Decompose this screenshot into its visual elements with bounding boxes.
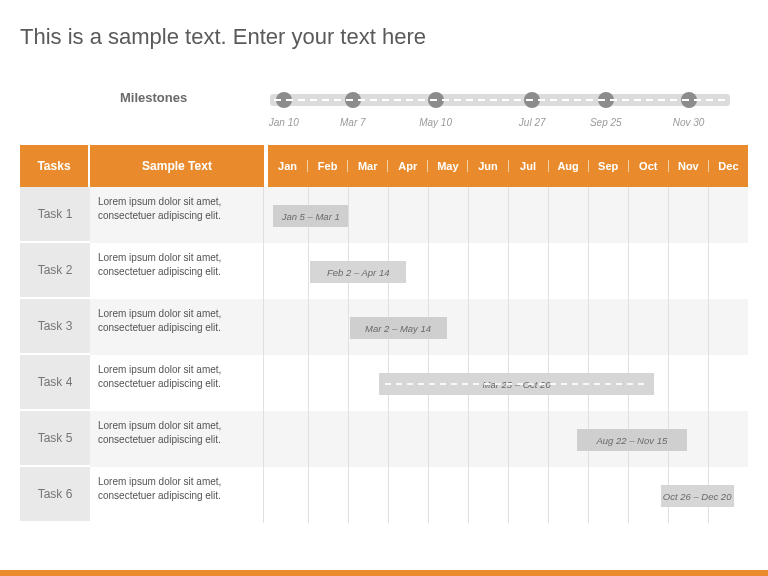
task-description: Lorem ipsum dolor sit amet, consectetuer… — [90, 355, 268, 411]
milestones-timeline: Milestones Jan 10Mar 7May 10Jul 27Sep 25… — [120, 88, 730, 138]
gridline — [308, 299, 309, 355]
milestone-label: Nov 30 — [673, 117, 705, 128]
gridline — [468, 243, 469, 299]
gridline — [388, 187, 389, 243]
task-timeline: Oct 26 – Dec 20 — [268, 467, 748, 523]
gridline — [308, 355, 309, 411]
gridline — [588, 467, 589, 523]
month-header: Jan — [268, 160, 308, 172]
month-header: Aug — [549, 160, 589, 172]
table-row: Task 6Lorem ipsum dolor sit amet, consec… — [20, 467, 748, 523]
milestone-dot — [598, 92, 614, 108]
header-tasks: Tasks — [20, 145, 90, 187]
gridline — [548, 411, 549, 467]
task-timeline: Feb 2 – Apr 14 — [268, 243, 748, 299]
gridline — [308, 411, 309, 467]
milestone-label: May 10 — [419, 117, 452, 128]
gantt-bar: Oct 26 – Dec 20 — [661, 485, 734, 507]
gantt-bar: Jan 5 – Mar 1 — [273, 205, 348, 227]
task-description: Lorem ipsum dolor sit amet, consectetuer… — [90, 411, 268, 467]
month-header: Oct — [629, 160, 669, 172]
task-name: Task 6 — [20, 467, 90, 523]
gridline — [348, 467, 349, 523]
gridline — [308, 243, 309, 299]
table-header-row: Tasks Sample Text JanFebMarAprMayJunJulA… — [20, 145, 748, 187]
task-timeline: Jan 5 – Mar 1 — [268, 187, 748, 243]
task-name: Task 3 — [20, 299, 90, 355]
gantt-chart: Tasks Sample Text JanFebMarAprMayJunJulA… — [20, 145, 748, 523]
task-name: Task 1 — [20, 187, 90, 243]
header-months: JanFebMarAprMayJunJulAugSepOctNovDec — [268, 145, 748, 187]
milestone-label: Mar 7 — [340, 117, 366, 128]
footer-accent-bar — [0, 570, 768, 576]
gridline — [348, 355, 349, 411]
task-description: Lorem ipsum dolor sit amet, consectetuer… — [90, 467, 268, 523]
gridline — [668, 243, 669, 299]
gridline — [508, 187, 509, 243]
task-name: Task 4 — [20, 355, 90, 411]
task-timeline: Mar 2 – May 14 — [268, 299, 748, 355]
gridline — [508, 299, 509, 355]
task-description: Lorem ipsum dolor sit amet, consectetuer… — [90, 243, 268, 299]
gantt-bar: Mar 25 – Oct 20 — [379, 373, 655, 395]
gridline — [428, 467, 429, 523]
month-header: Jul — [509, 160, 549, 172]
gridline — [388, 411, 389, 467]
gridline — [428, 187, 429, 243]
task-timeline: Mar 25 – Oct 20 — [268, 355, 748, 411]
gridline — [548, 243, 549, 299]
milestone-dot — [524, 92, 540, 108]
task-description: Lorem ipsum dolor sit amet, consectetuer… — [90, 299, 268, 355]
task-name: Task 2 — [20, 243, 90, 299]
milestone-dot — [276, 92, 292, 108]
gridline — [428, 243, 429, 299]
milestones-label: Milestones — [120, 90, 187, 105]
gridline — [428, 411, 429, 467]
gridline — [508, 411, 509, 467]
gridline — [548, 467, 549, 523]
table-row: Task 1Lorem ipsum dolor sit amet, consec… — [20, 187, 748, 243]
month-header: Mar — [348, 160, 388, 172]
gridline — [308, 467, 309, 523]
table-row: Task 3Lorem ipsum dolor sit amet, consec… — [20, 299, 748, 355]
milestone-label: Sep 25 — [590, 117, 622, 128]
gridline — [708, 411, 709, 467]
gridline — [668, 187, 669, 243]
gantt-bar: Feb 2 – Apr 14 — [310, 261, 406, 283]
gridline — [628, 243, 629, 299]
gridline — [508, 243, 509, 299]
milestone-label: Jul 27 — [519, 117, 546, 128]
gridline — [548, 299, 549, 355]
gridline — [708, 355, 709, 411]
gridline — [388, 467, 389, 523]
milestone-dot — [681, 92, 697, 108]
gridline — [588, 299, 589, 355]
gridline — [468, 299, 469, 355]
gridline — [708, 299, 709, 355]
task-timeline: Aug 22 – Nov 15 — [268, 411, 748, 467]
milestone-label: Jan 10 — [269, 117, 299, 128]
gridline — [348, 411, 349, 467]
gridline — [508, 467, 509, 523]
gantt-body: Task 1Lorem ipsum dolor sit amet, consec… — [20, 187, 748, 523]
gridline — [588, 187, 589, 243]
gantt-bar: Aug 22 – Nov 15 — [577, 429, 687, 451]
task-name: Task 5 — [20, 411, 90, 467]
gridline — [468, 187, 469, 243]
gridline — [708, 243, 709, 299]
gantt-bar: Mar 2 – May 14 — [350, 317, 447, 339]
month-header: Sep — [589, 160, 629, 172]
table-row: Task 2Lorem ipsum dolor sit amet, consec… — [20, 243, 748, 299]
month-header: Nov — [669, 160, 709, 172]
gridline — [628, 187, 629, 243]
gridline — [708, 187, 709, 243]
month-header: May — [428, 160, 468, 172]
header-sample-text: Sample Text — [90, 145, 268, 187]
gridline — [668, 355, 669, 411]
gridline — [628, 467, 629, 523]
gridline — [468, 411, 469, 467]
month-header: Apr — [388, 160, 428, 172]
month-header: Feb — [308, 160, 348, 172]
page-title: This is a sample text. Enter your text h… — [20, 24, 426, 50]
gridline — [548, 187, 549, 243]
